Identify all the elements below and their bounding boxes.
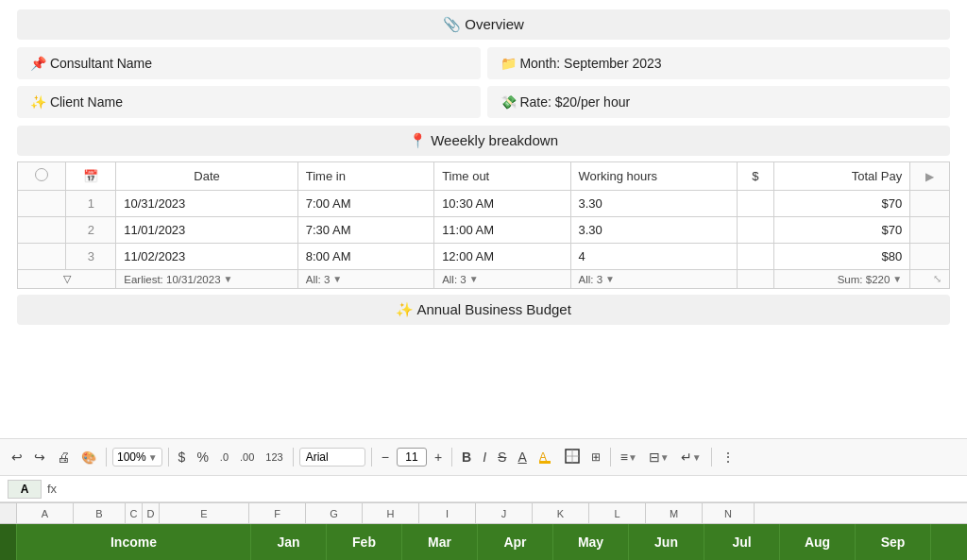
fill-color-button[interactable]: A	[534, 446, 557, 469]
cell-totalpay[interactable]: $70	[773, 217, 909, 244]
col-header-dollar: $	[737, 162, 773, 191]
cell-hours[interactable]: 3.30	[570, 191, 737, 217]
filter-totalpay[interactable]: Sum: $220 ▼	[773, 270, 909, 289]
income-month-aug[interactable]: Aug	[780, 524, 856, 560]
col-header-e[interactable]: E	[160, 503, 249, 523]
cell-timeout[interactable]: 10:30 AM	[434, 191, 570, 217]
cell-totalpay[interactable]: $70	[773, 191, 909, 217]
cell-date[interactable]: 10/31/2023	[116, 191, 298, 217]
col-header-k[interactable]: K	[533, 503, 589, 523]
percent-format-button[interactable]: %	[193, 447, 212, 467]
divider-3	[293, 448, 294, 467]
wrap-button[interactable]: ↵ ▼	[677, 447, 705, 467]
cell-reference[interactable]: A	[8, 480, 42, 499]
dollar-format-button[interactable]: $	[175, 447, 190, 467]
valign-button[interactable]: ⊟ ▼	[645, 447, 673, 467]
col-header-b[interactable]: B	[74, 503, 126, 523]
col-header-timein[interactable]: Time in	[297, 162, 433, 191]
align-button[interactable]: ≡ ▼	[617, 447, 641, 467]
cell-timeout[interactable]: 12:00 AM	[434, 244, 570, 270]
cell-arrow	[910, 244, 950, 270]
cell-arrow	[910, 191, 950, 217]
income-month-jan[interactable]: Jan	[251, 524, 327, 560]
income-month-jun[interactable]: Jun	[629, 524, 704, 560]
col-header-i[interactable]: I	[419, 503, 476, 523]
income-month-sep[interactable]: Sep	[856, 524, 931, 560]
more-options-button[interactable]: ⋮	[718, 447, 738, 467]
zoom-selector[interactable]: 100% ▼	[112, 448, 162, 467]
format-paint-button[interactable]: 🎨	[77, 448, 100, 467]
row-checkbox[interactable]	[18, 217, 66, 244]
filter-timeout-arrow: ▼	[469, 274, 479, 284]
rate-cell: 💸 Rate: $20/per hour	[487, 86, 951, 118]
dec-format-button[interactable]: .0	[216, 449, 232, 466]
cell-timeout[interactable]: 11:00 AM	[434, 217, 570, 244]
cell-dollar-empty	[737, 191, 773, 217]
income-row-indicator	[0, 524, 17, 560]
font-selector[interactable]: Arial	[299, 448, 365, 467]
col-header-calendar-icon: 📅	[66, 162, 116, 191]
income-month-feb[interactable]: Feb	[327, 524, 402, 560]
font-size-minus-button[interactable]: −	[378, 447, 393, 467]
cell-hours[interactable]: 4	[570, 244, 737, 270]
underline-button[interactable]: A	[514, 447, 530, 467]
cell-timein[interactable]: 8:00 AM	[297, 244, 433, 270]
italic-button[interactable]: I	[479, 447, 490, 467]
undo-button[interactable]: ↩	[8, 447, 26, 467]
bold-icon: B	[462, 450, 471, 465]
col-header-n[interactable]: N	[703, 503, 755, 523]
num-icon: 123	[265, 451, 282, 463]
col-header-m[interactable]: M	[646, 503, 703, 523]
merge-button[interactable]: ⊞	[587, 448, 604, 467]
border-button[interactable]	[561, 446, 584, 469]
filter-resize[interactable]: ⤡	[910, 270, 950, 289]
font-size-box[interactable]: 11	[397, 448, 427, 467]
col-header-j[interactable]: J	[476, 503, 533, 523]
cell-date[interactable]: 11/02/2023	[116, 244, 298, 270]
row-checkbox[interactable]	[18, 191, 66, 217]
cell-timein[interactable]: 7:00 AM	[297, 191, 433, 217]
strikethrough-button[interactable]: S	[494, 447, 510, 467]
filter-timein[interactable]: All: 3 ▼	[297, 270, 433, 289]
row-checkbox[interactable]	[18, 244, 66, 270]
col-header-c[interactable]: C	[126, 503, 143, 523]
col-header-d[interactable]: D	[143, 503, 160, 523]
income-month-mar[interactable]: Mar	[402, 524, 478, 560]
font-size-plus-button[interactable]: +	[431, 447, 446, 467]
filter-date[interactable]: Earliest: 10/31/2023 ▼	[116, 270, 298, 289]
col-header-l[interactable]: L	[589, 503, 646, 523]
cell-timein[interactable]: 7:30 AM	[297, 217, 433, 244]
col-header-g[interactable]: G	[306, 503, 363, 523]
col-header-h[interactable]: H	[363, 503, 419, 523]
col-header-f[interactable]: F	[249, 503, 306, 523]
filter-hours[interactable]: All: 3 ▼	[570, 270, 737, 289]
col-header-totalpay[interactable]: Total Pay	[773, 162, 909, 191]
align-icon: ≡	[620, 450, 628, 465]
print-button[interactable]: 🖨	[53, 447, 74, 467]
col-header-expand[interactable]: ▶	[910, 162, 950, 191]
col-header-hours[interactable]: Working hours	[570, 162, 737, 191]
cell-ref-value: A	[21, 483, 29, 496]
col-header-date[interactable]: Date	[116, 162, 298, 191]
cell-totalpay[interactable]: $80	[773, 244, 909, 270]
col-header-checkbox[interactable]	[18, 162, 66, 191]
underline-icon: A	[517, 450, 526, 465]
wrap-arrow: ▼	[692, 452, 702, 463]
bold-button[interactable]: B	[458, 447, 475, 467]
filter-timeout[interactable]: All: 3 ▼	[434, 270, 570, 289]
num-format-button[interactable]: 123	[262, 449, 286, 466]
income-row: IncomeJanFebMarAprMayJunJulAugSep	[0, 524, 967, 560]
cell-hours[interactable]: 3.30	[570, 217, 737, 244]
col-header-a[interactable]: A	[17, 503, 74, 523]
formula-bar: A fx	[0, 476, 967, 502]
income-month-apr[interactable]: Apr	[478, 524, 553, 560]
table-row: 2 11/01/2023 7:30 AM 11:00 AM 3.30 $70	[18, 217, 950, 244]
filter-icon: ▽	[63, 273, 71, 284]
col-header-timeout[interactable]: Time out	[434, 162, 570, 191]
income-month-jul[interactable]: Jul	[704, 524, 780, 560]
more-dec-button[interactable]: .00	[236, 449, 258, 466]
cell-date[interactable]: 11/01/2023	[116, 217, 298, 244]
filter-funnel[interactable]: ▽	[18, 270, 116, 289]
income-month-may[interactable]: May	[553, 524, 629, 560]
redo-button[interactable]: ↪	[30, 447, 49, 467]
